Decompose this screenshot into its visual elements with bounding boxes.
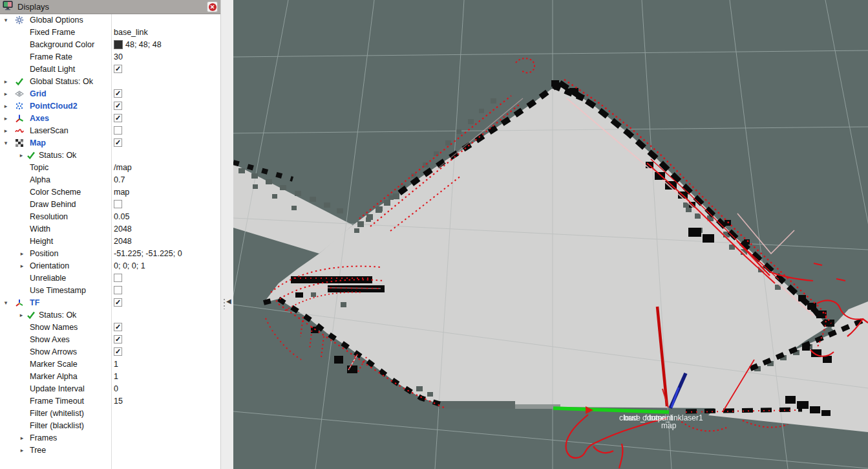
draw-behind-value[interactable] — [114, 200, 122, 208]
position-value[interactable]: -51.225; -51.225; 0 — [114, 249, 182, 258]
axes-label: Axes — [30, 114, 49, 123]
show-arrows-checkbox[interactable]: ✓ — [114, 347, 122, 356]
collapse-arrow-icon[interactable]: ▾ — [3, 300, 9, 306]
pointcloud2-checkbox[interactable]: ✓ — [114, 102, 122, 110]
display-row-global-status[interactable]: ▸Global Status: Ok — [0, 76, 220, 88]
display-row-frames[interactable]: ▸Frames — [0, 432, 220, 444]
use-timestamp-checkbox[interactable] — [114, 286, 122, 294]
background-color-value[interactable]: 48; 48; 48 — [114, 40, 162, 49]
pointcloud2-value[interactable]: ✓ — [114, 102, 122, 110]
grid-checkbox[interactable]: ✓ — [114, 89, 122, 98]
laserscan-checkbox[interactable] — [114, 126, 122, 135]
axes-value[interactable]: ✓ — [114, 114, 122, 122]
expand-arrow-icon[interactable]: ▸ — [18, 312, 25, 318]
display-row-marker-alpha[interactable]: Marker Alpha1 — [0, 371, 220, 383]
orientation-value[interactable]: 0; 0; 0; 1 — [114, 261, 145, 270]
grid-icon — [15, 89, 24, 98]
display-row-frame-rate[interactable]: Frame Rate30 — [0, 51, 220, 63]
map-checkbox[interactable]: ✓ — [114, 138, 122, 147]
tf-checkbox[interactable]: ✓ — [114, 298, 122, 307]
display-row-show-arrows[interactable]: Show Arrows✓ — [0, 346, 220, 358]
display-row-global-options[interactable]: ▾Global Options — [0, 14, 220, 27]
display-row-show-axes[interactable]: Show Axes✓ — [0, 334, 220, 346]
display-row-alpha[interactable]: Alpha0.7 — [0, 174, 220, 186]
expand-arrow-icon[interactable]: ▸ — [19, 250, 25, 257]
display-row-color-scheme[interactable]: Color Schememap — [0, 186, 220, 199]
property-column-divider[interactable] — [111, 14, 112, 469]
expand-arrow-icon[interactable]: ▸ — [3, 91, 9, 97]
map-value[interactable]: ✓ — [114, 138, 122, 147]
display-row-orientation[interactable]: ▸Orientation0; 0; 0; 1 — [0, 260, 220, 272]
display-row-height[interactable]: Height2048 — [0, 235, 220, 248]
update-interval-value[interactable]: 0 — [114, 384, 118, 393]
display-row-use-timestamp[interactable]: Use Timestamp — [0, 285, 220, 297]
display-row-map[interactable]: ▾Map✓ — [0, 137, 220, 149]
close-button[interactable]: ✕ — [207, 1, 218, 12]
show-names-checkbox[interactable]: ✓ — [114, 323, 122, 331]
laserscan-value[interactable] — [114, 126, 122, 135]
resolution-value[interactable]: 0.05 — [114, 212, 129, 221]
display-row-grid[interactable]: ▸Grid✓ — [0, 88, 220, 100]
use-timestamp-value[interactable] — [114, 286, 122, 294]
splitter-collapse-icon[interactable]: ◀ — [226, 298, 231, 305]
splitter-grip[interactable] — [224, 299, 225, 309]
expand-arrow-icon[interactable]: ▸ — [3, 115, 9, 122]
expand-arrow-icon[interactable]: ▸ — [18, 152, 25, 158]
display-row-tf-status[interactable]: ▸Status: Ok — [0, 309, 220, 322]
frame-timeout-value[interactable]: 15 — [114, 397, 123, 406]
display-row-filter-whitelist[interactable]: Filter (whitelist) — [0, 408, 220, 420]
display-row-filter-blacklist[interactable]: Filter (blacklist) — [0, 420, 220, 432]
grid-value[interactable]: ✓ — [114, 89, 122, 98]
collapse-arrow-icon[interactable]: ▾ — [3, 17, 9, 23]
display-row-map-status[interactable]: ▸Status: Ok — [0, 149, 220, 162]
topic-value[interactable]: /map — [114, 163, 132, 172]
default-light-checkbox[interactable]: ✓ — [114, 65, 122, 73]
display-row-axes[interactable]: ▸Axes✓ — [0, 113, 220, 125]
expand-arrow-icon[interactable]: ▸ — [3, 78, 9, 85]
expand-arrow-icon[interactable]: ▸ — [19, 447, 25, 453]
show-axes-value[interactable]: ✓ — [114, 335, 122, 344]
expand-arrow-icon[interactable]: ▸ — [3, 127, 9, 134]
display-row-tree[interactable]: ▸Tree — [0, 444, 220, 457]
display-row-show-names[interactable]: Show Names✓ — [0, 322, 220, 334]
expand-arrow-icon[interactable]: ▸ — [19, 435, 25, 441]
show-names-value[interactable]: ✓ — [114, 323, 122, 331]
display-row-position[interactable]: ▸Position-51.225; -51.225; 0 — [0, 248, 220, 260]
display-row-update-interval[interactable]: Update Interval0 — [0, 383, 220, 395]
show-arrows-value[interactable]: ✓ — [114, 347, 122, 356]
collapse-arrow-icon[interactable]: ▾ — [3, 140, 9, 146]
panel-splitter[interactable]: ◀ — [220, 0, 233, 469]
frame-rate-value[interactable]: 30 — [114, 52, 123, 61]
default-light-value[interactable]: ✓ — [114, 65, 122, 73]
display-row-frame-timeout[interactable]: Frame Timeout15 — [0, 395, 220, 408]
height-value[interactable]: 2048 — [114, 237, 132, 246]
display-row-background-color[interactable]: Background Color48; 48; 48 — [0, 39, 220, 51]
display-row-marker-scale[interactable]: Marker Scale1 — [0, 358, 220, 371]
display-row-width[interactable]: Width2048 — [0, 223, 220, 235]
panel-titlebar[interactable]: Displays ✕ — [0, 0, 220, 14]
alpha-value[interactable]: 0.7 — [114, 175, 125, 184]
marker-alpha-value[interactable]: 1 — [114, 372, 118, 381]
display-row-pointcloud2[interactable]: ▸PointCloud2✓ — [0, 100, 220, 113]
display-row-tf[interactable]: ▾TF✓ — [0, 297, 220, 309]
axes-checkbox[interactable]: ✓ — [114, 114, 122, 122]
width-value[interactable]: 2048 — [114, 224, 132, 234]
display-row-topic[interactable]: Topic/map — [0, 162, 220, 174]
color-scheme-value[interactable]: map — [114, 188, 129, 197]
expand-arrow-icon[interactable]: ▸ — [3, 103, 9, 109]
display-row-resolution[interactable]: Resolution0.05 — [0, 211, 220, 223]
tf-value[interactable]: ✓ — [114, 298, 122, 307]
display-row-unreliable[interactable]: Unreliable — [0, 272, 220, 285]
display-row-default-light[interactable]: Default Light✓ — [0, 63, 220, 76]
unreliable-value[interactable] — [114, 274, 122, 282]
unreliable-checkbox[interactable] — [114, 274, 122, 282]
marker-scale-value[interactable]: 1 — [114, 360, 118, 369]
display-row-laserscan[interactable]: ▸LaserScan — [0, 125, 220, 137]
expand-arrow-icon[interactable]: ▸ — [19, 263, 25, 269]
display-row-draw-behind[interactable]: Draw Behind — [0, 199, 220, 211]
show-axes-checkbox[interactable]: ✓ — [114, 335, 122, 344]
3d-viewport[interactable]: cloud base_footprint odom base_link lase… — [233, 0, 868, 469]
draw-behind-checkbox[interactable] — [114, 200, 122, 208]
display-row-fixed-frame[interactable]: Fixed Framebase_link — [0, 27, 220, 39]
fixed-frame-value[interactable]: base_link — [114, 28, 148, 37]
